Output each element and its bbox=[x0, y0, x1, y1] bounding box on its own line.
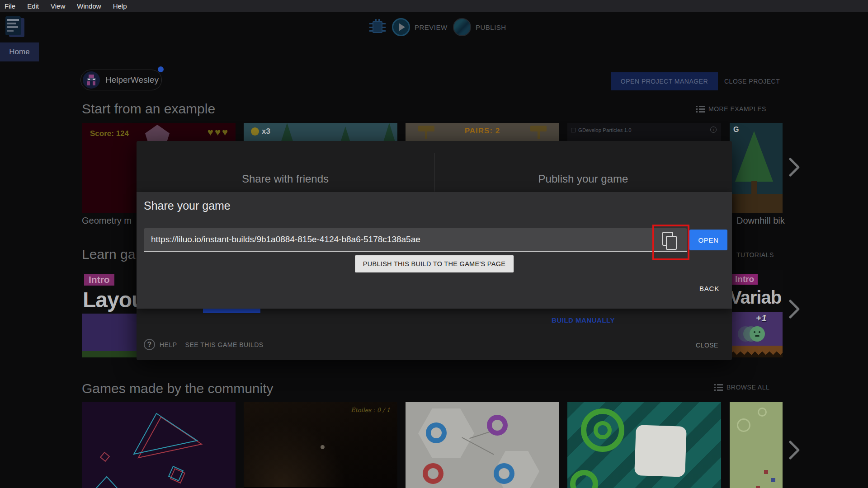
community-card-sprites[interactable] bbox=[730, 402, 783, 488]
coin-icon bbox=[251, 127, 259, 136]
menu-help[interactable]: Help bbox=[113, 2, 127, 10]
more-examples-button[interactable]: MORE EXAMPLES bbox=[696, 105, 766, 113]
menu-window[interactable]: Window bbox=[77, 2, 101, 10]
help-icon[interactable]: ? bbox=[144, 339, 155, 350]
ring-blue bbox=[426, 422, 447, 443]
panel-title: Share your game bbox=[144, 199, 231, 212]
coin-count: x3 bbox=[262, 127, 270, 136]
opm-label: OPEN PROJECT MANAGER bbox=[621, 78, 708, 85]
ghost-sprite bbox=[750, 326, 765, 342]
learn-card-variables[interactable]: Intro Variab +1 bbox=[730, 270, 783, 357]
learn-next-chevron[interactable] bbox=[788, 299, 800, 319]
avatar bbox=[83, 71, 100, 89]
gdevelop-window: File Edit View Window Help PREVIEW PUBLI… bbox=[0, 0, 868, 488]
publish-build-label: PUBLISH THIS BUILD TO THE GAME'S PAGE bbox=[363, 260, 506, 267]
signpost bbox=[530, 126, 547, 131]
ring-green-inner bbox=[594, 421, 612, 439]
signpost-stick bbox=[425, 131, 427, 139]
community-card-glitch[interactable] bbox=[82, 402, 236, 488]
dirt-ground bbox=[730, 194, 783, 213]
menu-bar: File Edit View Window Help bbox=[0, 0, 868, 12]
plus-one-label: +1 bbox=[756, 313, 767, 324]
hearts: ♥♥♥ bbox=[208, 127, 229, 138]
white-square bbox=[634, 425, 687, 477]
home-logo-icon[interactable] bbox=[5, 16, 25, 39]
username: HelperWesley bbox=[105, 75, 159, 85]
close-dialog-button[interactable]: CLOSE bbox=[696, 342, 718, 349]
example-card-downhill[interactable]: G bbox=[730, 123, 783, 213]
example-caption-left[interactable]: Geometry m bbox=[82, 216, 132, 226]
variables-scene: +1 bbox=[730, 312, 783, 346]
menu-file[interactable]: File bbox=[5, 2, 15, 10]
publish-button[interactable]: PUBLISH bbox=[453, 18, 506, 36]
dialog-bottom-left: ? HELP SEE THIS GAME BUILDS bbox=[144, 339, 264, 350]
tab-share-with-friends[interactable]: Share with friends bbox=[137, 173, 434, 185]
layout-title: Layou bbox=[83, 287, 144, 312]
info-glyph: i bbox=[713, 127, 714, 132]
community-section-title: Games made by the community bbox=[82, 381, 274, 396]
tutorials-button[interactable]: TUTORIALS bbox=[736, 251, 774, 258]
preview-label: PREVIEW bbox=[415, 23, 448, 31]
game-url-field[interactable]: https://liluo.io/instant-builds/9b1a0884… bbox=[144, 228, 687, 252]
game-url: https://liluo.io/instant-builds/9b1a0884… bbox=[144, 235, 420, 244]
open-label: OPEN bbox=[698, 236, 719, 244]
ring-blue bbox=[494, 463, 514, 484]
intro-badge: Intro bbox=[84, 274, 114, 286]
back-button[interactable]: BACK bbox=[699, 285, 719, 292]
more-examples-label: MORE EXAMPLES bbox=[708, 105, 766, 113]
community-card-maze[interactable] bbox=[567, 402, 721, 488]
debug-icon[interactable] bbox=[369, 19, 386, 35]
tab-share-label: Share with friends bbox=[242, 173, 329, 185]
notification-dot bbox=[158, 66, 164, 72]
community-card-rings[interactable] bbox=[406, 402, 559, 488]
browse-all-button[interactable]: BROWSE ALL bbox=[714, 384, 769, 391]
card-letter: G bbox=[733, 126, 739, 134]
particles-label: GDevelop Particles 1.0 bbox=[578, 127, 632, 133]
help-glyph: ? bbox=[147, 341, 152, 349]
back-label: BACK bbox=[699, 285, 719, 292]
play-icon bbox=[392, 18, 410, 36]
tab-divider bbox=[434, 153, 434, 192]
browse-all-label: BROWSE ALL bbox=[726, 384, 769, 391]
examples-section-title: Start from an example bbox=[82, 101, 215, 117]
menu-view[interactable]: View bbox=[51, 2, 65, 10]
preview-button[interactable]: PREVIEW bbox=[392, 18, 448, 36]
tab-home[interactable]: Home bbox=[0, 42, 39, 61]
intro-badge: Intro bbox=[731, 274, 758, 285]
examples-next-chevron[interactable] bbox=[788, 157, 800, 177]
publish-globe-icon bbox=[453, 18, 471, 36]
menu-edit[interactable]: Edit bbox=[27, 2, 39, 10]
ring-purple bbox=[487, 415, 508, 436]
spikes-row bbox=[730, 346, 783, 357]
close-project-label: CLOSE PROJECT bbox=[724, 78, 780, 85]
see-game-builds-button[interactable]: SEE THIS GAME BUILDS bbox=[185, 341, 264, 348]
moon-shape bbox=[321, 445, 325, 449]
annotation-highlight-box bbox=[652, 225, 689, 260]
publish-build-button[interactable]: PUBLISH THIS BUILD TO THE GAME'S PAGE bbox=[355, 255, 514, 272]
list-icon bbox=[714, 384, 723, 391]
share-your-game-panel: Share your game https://liluo.io/instant… bbox=[137, 192, 732, 309]
tutorials-label: TUTORIALS bbox=[736, 251, 774, 258]
close-project-button[interactable]: CLOSE PROJECT bbox=[724, 72, 780, 90]
mini-logo-icon bbox=[571, 128, 576, 132]
learn-section-title: Learn ga bbox=[82, 247, 135, 262]
community-card-night[interactable]: Étoiles : 0 / 1 bbox=[244, 402, 397, 488]
user-chip[interactable]: HelperWesley bbox=[80, 70, 162, 90]
publish-label: PUBLISH bbox=[476, 23, 506, 31]
build-manually-button[interactable]: BUILD MANUALLY bbox=[434, 316, 732, 324]
info-icon: i bbox=[710, 127, 717, 133]
community-next-chevron[interactable] bbox=[788, 440, 800, 460]
build-manually-label: BUILD MANUALLY bbox=[552, 316, 615, 324]
tab-home-label: Home bbox=[9, 47, 29, 56]
tab-publish-your-game[interactable]: Publish your game bbox=[434, 173, 732, 185]
open-url-button[interactable]: OPEN bbox=[689, 230, 727, 250]
list-icon bbox=[696, 105, 705, 113]
etoiles-label: Étoiles : 0 / 1 bbox=[351, 407, 390, 413]
tree-shape bbox=[735, 131, 773, 182]
ring-red bbox=[423, 463, 443, 484]
tree-trunk bbox=[751, 181, 757, 194]
help-button[interactable]: HELP bbox=[160, 341, 177, 348]
ring-green-bottom bbox=[570, 470, 598, 488]
open-project-manager-button[interactable]: OPEN PROJECT MANAGER bbox=[611, 72, 718, 90]
example-caption-right[interactable]: Downhill bik bbox=[736, 216, 785, 226]
